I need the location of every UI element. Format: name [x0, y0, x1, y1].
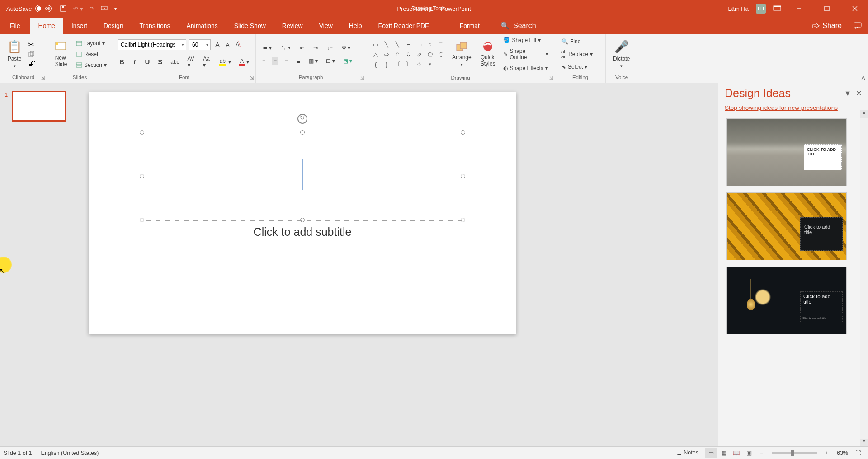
normal-view-icon[interactable]: ▭: [705, 448, 717, 458]
pane-scrollbar[interactable]: ▲ ▼: [860, 110, 868, 446]
quick-styles-button[interactable]: Quick Styles: [478, 41, 498, 68]
font-size-combo[interactable]: 60: [189, 39, 211, 50]
tab-help[interactable]: Help: [341, 18, 370, 34]
select-button[interactable]: ⬉Select ▾: [560, 63, 594, 71]
share-button[interactable]: Share: [812, 22, 842, 30]
shape-rbrace-icon[interactable]: }: [382, 60, 392, 69]
shape-arrow-d-icon[interactable]: ⇩: [403, 50, 413, 59]
shape-arrow-r-icon[interactable]: ⇨: [382, 50, 392, 59]
layout-button[interactable]: Layout ▾: [74, 39, 108, 47]
collapse-ribbon-icon[interactable]: ⋀: [861, 75, 865, 81]
title-placeholder[interactable]: [142, 132, 463, 220]
pane-close-icon[interactable]: ✕: [856, 89, 862, 98]
zoom-in-icon[interactable]: +: [821, 448, 833, 458]
tab-foxit[interactable]: Foxit Reader PDF: [370, 18, 437, 34]
change-case-button[interactable]: Aa ▾: [201, 55, 212, 69]
resize-handle[interactable]: [140, 130, 144, 135]
shapes-gallery[interactable]: ▭╲╲⌐▭○▢ △⇨⇧⇩⬀⬠⬡ {}〔〕☆▾: [371, 40, 446, 69]
increase-indent-icon[interactable]: ⇥: [311, 44, 320, 52]
shape-oval-icon[interactable]: ○: [425, 40, 435, 49]
save-icon[interactable]: [60, 5, 67, 12]
user-avatar[interactable]: LH: [756, 4, 766, 14]
line-spacing-icon[interactable]: ↕≡: [325, 44, 335, 52]
dialog-launcher-icon[interactable]: ⇲: [41, 75, 45, 82]
reset-button[interactable]: Reset: [74, 50, 108, 58]
font-color-button[interactable]: A ▾: [237, 57, 251, 67]
tab-insert[interactable]: Insert: [63, 18, 95, 34]
resize-handle[interactable]: [300, 130, 305, 135]
scroll-up-icon[interactable]: ▲: [860, 110, 868, 118]
shadow-button[interactable]: S: [156, 57, 164, 66]
resize-handle[interactable]: [461, 130, 465, 135]
redo-icon[interactable]: ↷: [90, 5, 94, 12]
copy-icon[interactable]: [28, 51, 35, 58]
italic-button[interactable]: I: [131, 57, 139, 66]
shape-triangle-icon[interactable]: △: [371, 50, 381, 59]
shape-more-icon[interactable]: ▾: [425, 60, 435, 69]
pane-options-icon[interactable]: ▼: [844, 89, 851, 98]
maximize-button[interactable]: [816, 0, 837, 17]
decrease-indent-icon[interactable]: ⇤: [298, 44, 306, 52]
comments-icon[interactable]: [854, 22, 862, 29]
bold-button[interactable]: B: [118, 57, 126, 66]
smartart-icon[interactable]: ⬔ ▾: [341, 57, 354, 65]
align-text-icon[interactable]: ⊟ ▾: [324, 57, 336, 65]
subtitle-placeholder[interactable]: Click to add subtitle: [142, 220, 463, 280]
paste-button[interactable]: 📋 Paste ▾: [5, 39, 24, 69]
align-center-icon[interactable]: ≡: [272, 57, 278, 65]
shape-pentagon-icon[interactable]: ⬠: [425, 50, 435, 59]
shape-arrow-u-icon[interactable]: ⇧: [392, 50, 402, 59]
fit-to-window-icon[interactable]: ⛶: [852, 448, 864, 458]
slide[interactable]: Click to add subtitle: [89, 92, 516, 334]
bullets-button[interactable]: ≔ ▾: [260, 44, 274, 52]
qat-customize-icon[interactable]: ▾: [114, 6, 117, 11]
present-from-start-icon[interactable]: [101, 5, 108, 12]
tab-animations[interactable]: Animations: [178, 18, 226, 34]
tab-design[interactable]: Design: [95, 18, 132, 34]
zoom-slider[interactable]: [772, 452, 817, 454]
tab-file[interactable]: File: [0, 18, 30, 34]
arrange-button[interactable]: Arrange▾: [449, 41, 474, 68]
numbering-button[interactable]: ⒈ ▾: [279, 43, 292, 52]
shape-lbracket-icon[interactable]: 〔: [392, 60, 402, 69]
design-idea-item[interactable]: Click to add title: [726, 192, 847, 260]
char-spacing-button[interactable]: AV ▾: [186, 55, 197, 69]
shape-arrow-ur-icon[interactable]: ⬀: [414, 50, 424, 59]
minimize-button[interactable]: [788, 0, 809, 17]
shape-fill-button[interactable]: 🪣Shape Fill ▾: [501, 36, 550, 44]
shape-connector-icon[interactable]: ⌐: [403, 40, 413, 49]
thumbnail-row[interactable]: 1: [5, 91, 75, 121]
replace-button[interactable]: abacReplace ▾: [560, 48, 594, 60]
reading-view-icon[interactable]: 📖: [730, 448, 743, 458]
slide-canvas-area[interactable]: Click to add subtitle: [80, 83, 718, 446]
resize-handle[interactable]: [140, 174, 144, 178]
shape-rbracket-icon[interactable]: 〕: [403, 60, 413, 69]
toggle-switch[interactable]: Off: [35, 5, 52, 12]
shape-line2-icon[interactable]: ╲: [392, 40, 402, 49]
increase-font-icon[interactable]: A: [213, 40, 222, 49]
font-name-combo[interactable]: Calibri Light (Headings: [118, 39, 186, 50]
design-idea-item[interactable]: CLICK TO ADD TITLE: [726, 118, 847, 186]
resize-handle[interactable]: [461, 174, 465, 178]
zoom-out-icon[interactable]: −: [755, 448, 768, 458]
shape-line-icon[interactable]: ╲: [382, 40, 392, 49]
justify-icon[interactable]: ≣: [294, 57, 302, 65]
ribbon-display-icon[interactable]: [773, 5, 781, 12]
search-box[interactable]: 🔍 Search: [500, 21, 536, 34]
undo-icon[interactable]: ↶ ▾: [73, 5, 83, 12]
strikethrough-button[interactable]: abc: [169, 58, 181, 66]
tab-slideshow[interactable]: Slide Show: [226, 18, 274, 34]
tab-home[interactable]: Home: [30, 18, 63, 34]
columns-icon[interactable]: ▥ ▾: [307, 57, 320, 65]
clear-formatting-icon[interactable]: A⧹: [234, 41, 241, 49]
decrease-font-icon[interactable]: A: [224, 41, 231, 48]
find-button[interactable]: 🔍Find: [560, 37, 594, 46]
zoom-thumb[interactable]: [791, 450, 794, 456]
shape-outline-button[interactable]: ✎Shape Outline ▾: [501, 47, 550, 61]
autosave-toggle[interactable]: AutoSave Off: [0, 5, 52, 12]
zoom-level[interactable]: 63%: [837, 450, 848, 456]
tab-view[interactable]: View: [311, 18, 341, 34]
shape-rrect-icon[interactable]: ▢: [436, 40, 446, 49]
language-label[interactable]: English (United States): [41, 450, 99, 456]
shape-lbrace-icon[interactable]: {: [371, 60, 381, 69]
